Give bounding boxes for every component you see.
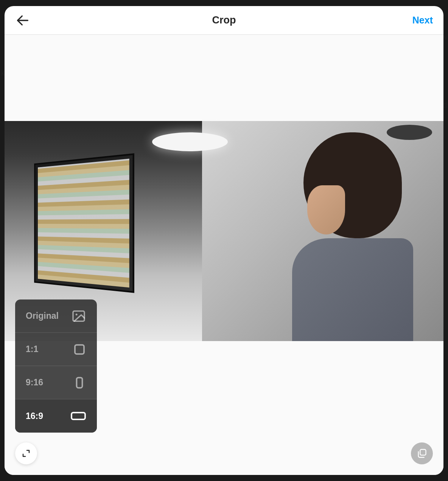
- crop-modal: Crop Next Original: [5, 6, 443, 475]
- aspect-label: 16:9: [26, 411, 43, 421]
- aspect-label: 9:16: [26, 377, 43, 388]
- landscape-rect-icon: [70, 409, 86, 423]
- expand-icon: [22, 449, 31, 458]
- multi-select-icon: [417, 448, 427, 459]
- modal-header: Crop Next: [5, 6, 443, 35]
- aspect-ratio-menu: Original 1:1: [15, 299, 97, 433]
- aspect-label: 1:1: [26, 344, 38, 354]
- expand-button[interactable]: [15, 442, 37, 464]
- square-icon: [73, 343, 86, 356]
- aspect-option-square[interactable]: 1:1: [15, 333, 97, 366]
- arrow-left-icon: [15, 13, 30, 28]
- next-button[interactable]: Next: [412, 15, 433, 26]
- back-button[interactable]: [15, 13, 30, 28]
- multi-select-button[interactable]: [411, 442, 433, 464]
- svg-rect-3: [75, 345, 84, 354]
- aspect-label: Original: [26, 311, 59, 321]
- portrait-rect-icon: [73, 376, 86, 389]
- image-icon: [71, 309, 86, 324]
- aspect-option-original[interactable]: Original: [15, 299, 97, 333]
- aspect-option-landscape[interactable]: 16:9: [15, 399, 97, 433]
- svg-rect-6: [420, 450, 426, 455]
- svg-rect-5: [72, 413, 85, 419]
- aspect-option-portrait[interactable]: 9:16: [15, 366, 97, 399]
- svg-rect-4: [77, 377, 82, 388]
- page-title: Crop: [212, 14, 236, 26]
- svg-point-2: [76, 313, 78, 315]
- crop-content: Original 1:1: [5, 35, 443, 475]
